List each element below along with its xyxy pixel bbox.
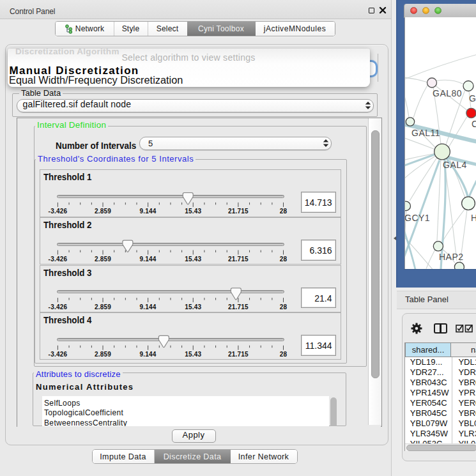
svg-text:GAL80: GAL80 [433, 88, 462, 98]
svg-text:H: H [471, 213, 476, 223]
svg-text:HAP2: HAP2 [439, 252, 464, 262]
svg-text:GAL11: GAL11 [411, 127, 440, 137]
svg-text:C: C [472, 118, 476, 128]
svg-text:GA: GA [469, 93, 476, 103]
svg-text:GAL4: GAL4 [443, 159, 467, 169]
svg-text:GCY1: GCY1 [404, 212, 430, 222]
